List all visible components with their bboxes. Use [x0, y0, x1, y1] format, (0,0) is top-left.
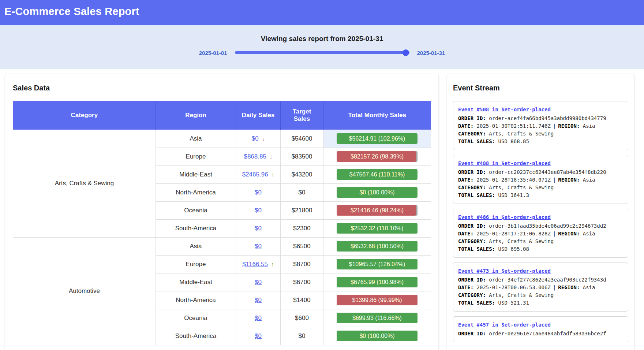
event-date-region: DATE: 2025-01-28T17:21:06.828Z|REGION: A… [458, 230, 623, 238]
daily-sales-link[interactable]: $0 [252, 135, 259, 142]
monthly-progress-bar: $6765.99 (100.98%) [337, 277, 418, 287]
event-link[interactable]: Event #486 in $et-order-placed [458, 214, 551, 220]
daily-sales-link[interactable]: $0 [255, 225, 262, 232]
event-stream-card: Event Stream Event #508 in $et-order-pla… [447, 74, 634, 350]
event-total-sales-label: TOTAL SALES: [458, 300, 495, 306]
monthly-progress-bar: $56214.91 (102.96%) [337, 133, 418, 144]
daily-sales-link[interactable]: $0 [255, 332, 262, 339]
slider-min-label: 2025-01-01 [199, 50, 227, 56]
report-controls: Viewing sales report from 2025-01-31 202… [0, 25, 644, 69]
total-monthly-cell: $47567.46 (110.11%) [323, 165, 431, 183]
event-category-label: CATEGORY: [458, 185, 486, 190]
daily-sales-cell: $0 [236, 273, 281, 291]
event-total-sales: TOTAL SALES: USD 695.08 [458, 245, 623, 253]
target-sales-cell: $8700 [281, 255, 323, 273]
region-cell: Europe [156, 148, 236, 165]
event-card: Event #473 in $et-order-placedORDER ID: … [453, 262, 628, 312]
event-card: Event #457 in $et-order-placedORDER ID: … [453, 316, 628, 342]
event-link[interactable]: Event #473 in $et-order-placed [458, 268, 551, 274]
event-order-id-label: ORDER ID: [458, 169, 486, 175]
event-category: CATEGORY: Arts, Crafts & Sewing [458, 130, 623, 138]
column-header-category: Category [13, 101, 156, 130]
date-slider[interactable] [235, 49, 409, 56]
event-separator: | [553, 177, 556, 183]
daily-sales-cell: $0 [236, 219, 281, 237]
event-card: Event #508 in $et-order-placedORDER ID: … [453, 101, 628, 150]
event-link[interactable]: Event #508 in $et-order-placed [458, 107, 551, 112]
trend-up-icon: ↑ [270, 171, 274, 178]
daily-sales-link[interactable]: $2465.96 [242, 171, 268, 178]
event-card: Event #488 in $et-order-placedORDER ID: … [453, 155, 628, 204]
event-order-id: ORDER ID: order-acef4fa66bd945a3abdd9980… [458, 115, 623, 122]
category-cell: Arts, Crafts & Sewing [13, 130, 156, 237]
total-monthly-cell: $0 (100.00%) [323, 327, 431, 345]
monthly-progress-bar: $1399.86 (99.99%) [337, 295, 418, 305]
daily-sales-cell: $0 [236, 309, 281, 327]
daily-sales-cell: $0 [236, 237, 281, 255]
daily-sales-link[interactable]: $1166.55 [242, 261, 268, 268]
event-total-sales-label: TOTAL SALES: [458, 246, 495, 252]
event-total-sales-label: TOTAL SALES: [458, 192, 495, 198]
region-cell: Oceania [156, 309, 236, 327]
target-sales-cell: $0 [281, 183, 323, 201]
column-header-region: Region [156, 101, 236, 130]
target-sales-cell: $43200 [281, 165, 323, 183]
column-header-daily-sales: Daily Sales [236, 101, 281, 130]
daily-sales-cell: $0 ↓ [236, 130, 281, 148]
monthly-total-label: $6765.99 (100.98%) [337, 277, 418, 287]
slider-max-label: 2025-01-31 [417, 50, 445, 56]
daily-sales-link[interactable]: $0 [255, 314, 262, 321]
sales-data-card: Sales Data CategoryRegionDaily SalesTarg… [5, 74, 439, 350]
table-row: Arts, Crafts & SewingAsia$0 ↓$54600$5621… [13, 130, 431, 148]
event-total-sales: TOTAL SALES: USD 521.31 [458, 299, 623, 307]
daily-sales-cell: $868.85 ↓ [236, 148, 281, 165]
target-sales-cell: $2300 [281, 219, 323, 237]
target-sales-cell: $1400 [281, 291, 323, 309]
event-category-label: CATEGORY: [458, 292, 486, 298]
region-cell: South-America [156, 327, 236, 345]
target-sales-cell: $21800 [281, 201, 323, 219]
monthly-total-label: $10965.57 (126.04%) [337, 259, 418, 269]
total-monthly-cell: $0 (100.00%) [323, 183, 431, 201]
event-total-sales: TOTAL SALES: USD 868.85 [458, 138, 623, 145]
event-category: CATEGORY: Arts, Crafts & Sewing [458, 238, 623, 245]
event-order-id: ORDER ID: order-cc20237cc62443ee87ab4e35… [458, 168, 623, 176]
monthly-total-label: $47567.46 (110.11%) [337, 169, 418, 180]
date-slider-row: 2025-01-01 2025-01-31 [0, 49, 644, 56]
daily-sales-link[interactable]: $0 [255, 243, 262, 250]
monthly-total-label: $1399.86 (99.99%) [337, 295, 418, 305]
target-sales-cell: $54600 [281, 130, 323, 148]
daily-sales-link[interactable]: $0 [255, 189, 262, 196]
category-cell: Automotive [13, 237, 156, 345]
monthly-total-label: $2532.32 (110.10%) [337, 223, 418, 234]
monthly-total-label: $699.93 (116.66%) [337, 313, 418, 323]
total-monthly-cell: $10965.57 (126.04%) [323, 255, 431, 273]
event-separator: | [553, 284, 556, 290]
daily-sales-cell: $0 [236, 201, 281, 219]
monthly-progress-bar: $21416.46 (98.24%) [337, 205, 418, 216]
event-date-label: DATE: [458, 123, 473, 129]
target-sales-cell: $6700 [281, 273, 323, 291]
daily-sales-cell: $2465.96 ↑ [236, 165, 281, 183]
monthly-progress-bar: $82157.26 (98.39%) [337, 151, 418, 162]
daily-sales-link[interactable]: $0 [255, 297, 262, 304]
monthly-progress-bar: $0 (100.00%) [337, 331, 418, 341]
total-monthly-cell: $2532.32 (110.10%) [323, 219, 431, 237]
event-link[interactable]: Event #457 in $et-order-placed [458, 322, 551, 328]
daily-sales-link[interactable]: $0 [255, 207, 262, 214]
event-link[interactable]: Event #488 in $et-order-placed [458, 160, 551, 166]
daily-sales-link[interactable]: $868.85 [244, 153, 266, 160]
event-list: Event #508 in $et-order-placedORDER ID: … [453, 101, 628, 342]
monthly-total-label: $21416.46 (98.24%) [337, 205, 418, 216]
daily-sales-link[interactable]: $0 [255, 279, 262, 286]
slider-thumb[interactable] [402, 49, 409, 56]
table-row: AutomotiveAsia$0$6500$6532.68 (100.50%) [13, 237, 431, 255]
slider-track[interactable] [235, 51, 409, 54]
total-monthly-cell: $1399.86 (99.99%) [323, 291, 431, 309]
total-monthly-cell: $6532.68 (100.50%) [323, 237, 431, 255]
event-date-region: DATE: 2025-01-28T00:06:53.006Z|REGION: A… [458, 284, 623, 291]
event-category: CATEGORY: Arts, Crafts & Sewing [458, 184, 623, 191]
trend-down-icon: ↓ [268, 153, 273, 160]
region-cell: Middle-East [156, 273, 236, 291]
daily-sales-cell: $0 [236, 327, 281, 345]
